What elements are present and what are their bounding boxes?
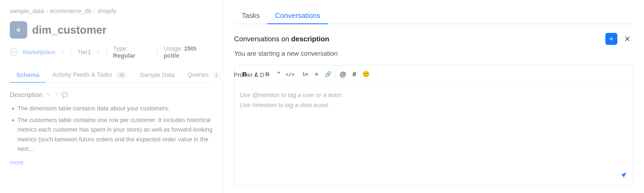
title-row: dim_customer bbox=[10, 21, 213, 39]
unordered-list-button[interactable]: ≡ bbox=[311, 69, 322, 79]
breadcrumb-sep-2: / bbox=[94, 8, 95, 15]
tab-profiler[interactable]: Profiler & D bbox=[227, 68, 271, 82]
ordered-list-button[interactable]: 1≡ bbox=[300, 69, 310, 79]
breadcrumb-sep-1: / bbox=[46, 8, 48, 15]
type-label: Type: Regular bbox=[113, 45, 151, 59]
emoji-button[interactable]: 🙂 bbox=[361, 69, 371, 79]
conversations-actions: + ✕ bbox=[605, 33, 633, 45]
breadcrumb-item-2[interactable]: ecommerce_db bbox=[50, 8, 91, 15]
tier-edit-icon[interactable]: ✎ bbox=[96, 49, 100, 55]
toolbar-separator-2 bbox=[335, 71, 336, 77]
tab-sample-data[interactable]: Sample Data bbox=[133, 68, 181, 82]
conversations-title: Conversations on description bbox=[234, 35, 329, 43]
more-link[interactable]: more bbox=[10, 159, 23, 166]
right-panel: Tasks Conversations Conversations on des… bbox=[223, 0, 644, 193]
close-conversations-button[interactable]: ✕ bbox=[621, 33, 633, 45]
right-tabs: Tasks Conversations bbox=[234, 8, 633, 24]
marketplace-edit-icon[interactable]: ✎ bbox=[61, 49, 65, 55]
description-section: Description ✎ ? 💬 The dimension table co… bbox=[10, 91, 213, 166]
description-info-icon[interactable]: ? bbox=[55, 92, 58, 98]
add-conversation-button[interactable]: + bbox=[605, 33, 617, 45]
tab-tasks[interactable]: Tasks bbox=[234, 8, 267, 24]
link-button[interactable]: 🔗 bbox=[323, 69, 333, 79]
blockquote-button[interactable]: " bbox=[274, 69, 284, 79]
toolbar-separator-1 bbox=[298, 71, 298, 77]
tier-label: Tier1 bbox=[78, 49, 91, 56]
mention-button[interactable]: @ bbox=[338, 69, 348, 79]
code-button[interactable]: </> bbox=[285, 69, 295, 79]
description-edit-icon[interactable]: ✎ bbox=[46, 92, 51, 98]
description-bullet-1: The dimension table contains data about … bbox=[17, 104, 213, 113]
tab-schema[interactable]: Schema bbox=[10, 68, 46, 82]
meta-row: Marketplace ✎ | Tier1 ✎ | Type: Regular … bbox=[10, 45, 213, 59]
left-tabs: Schema Activity Feeds & Tasks 38 Sample … bbox=[10, 67, 213, 83]
conversations-subtitle: You are starting a new conversation bbox=[234, 50, 633, 57]
editor-toolbar: B I S " </> 1≡ ≡ 🔗 @ # 🙂 bbox=[234, 65, 633, 83]
tab-activity[interactable]: Activity Feeds & Tasks 38 bbox=[46, 67, 133, 82]
editor-body[interactable]: Use @mention to tag a user or a team. Us… bbox=[234, 83, 633, 185]
conversations-header: Conversations on description + ✕ bbox=[234, 33, 633, 45]
editor-container: B I S " </> 1≡ ≡ 🔗 @ # 🙂 Use @mention to… bbox=[234, 65, 633, 185]
tab-queries[interactable]: Queries 1 bbox=[181, 67, 227, 82]
send-button[interactable] bbox=[620, 171, 627, 181]
tab-conversations[interactable]: Conversations bbox=[267, 8, 328, 24]
description-bullet-2: The customers table contains one row per… bbox=[17, 115, 213, 154]
description-comment-icon[interactable]: 💬 bbox=[62, 92, 68, 98]
description-header: Description ✎ ? 💬 bbox=[10, 91, 213, 99]
user-icon bbox=[10, 48, 17, 56]
editor-placeholder: Use @mention to tag a user or a team. Us… bbox=[240, 90, 627, 110]
left-panel: sample_data / ecommerce_db / shopify dim… bbox=[0, 0, 223, 193]
content-area: Description ✎ ? 💬 The dimension table co… bbox=[10, 83, 213, 174]
breadcrumb-item-1[interactable]: sample_data bbox=[10, 8, 44, 15]
marketplace-link[interactable]: Marketplace bbox=[23, 49, 56, 56]
breadcrumb-item-3[interactable]: shopify bbox=[97, 8, 116, 15]
entity-logo bbox=[10, 21, 27, 39]
hash-button[interactable]: # bbox=[349, 69, 360, 79]
description-label: Description bbox=[10, 91, 42, 99]
breadcrumb: sample_data / ecommerce_db / shopify bbox=[10, 8, 213, 15]
usage-label: Usage: 25th pctile bbox=[164, 45, 213, 59]
activity-badge: 38 bbox=[116, 72, 127, 79]
description-list: The dimension table contains data about … bbox=[10, 104, 213, 154]
svg-point-2 bbox=[18, 29, 19, 31]
entity-title: dim_customer bbox=[32, 24, 106, 36]
queries-badge: 1 bbox=[213, 72, 221, 79]
